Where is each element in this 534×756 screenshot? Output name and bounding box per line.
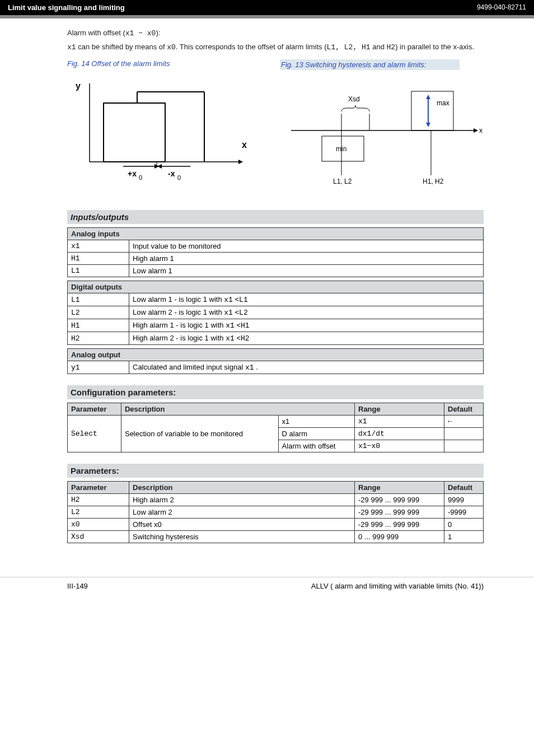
- table-row: H1High alarm 1 - is logic 1 with x1 <H1: [68, 319, 484, 332]
- analog-output-header: Analog output: [68, 349, 484, 361]
- svg-marker-2: [238, 160, 243, 164]
- digital-outputs-header: Digital outputs: [68, 281, 484, 293]
- footer: III-149 ALLV ( alarm and limiting with v…: [0, 577, 534, 601]
- table-row: x0Offset x0-29 999 ... 999 9990: [68, 519, 484, 531]
- params-title: Parameters:: [67, 464, 484, 478]
- config-table: Parameter Description Range Default Sele…: [67, 403, 484, 452]
- header-left: Limit value signalling and limiting: [8, 3, 125, 12]
- analog-inputs-header: Analog inputs: [68, 228, 484, 240]
- analog-output-table: Analog output y1Calculated and limited i…: [67, 348, 484, 374]
- table-row: XsdSwitching hysteresis0 ... 999 9991: [68, 531, 484, 543]
- table-row: L1Low alarm 1 - is logic 1 with x1 <L1: [68, 293, 484, 306]
- svg-marker-15: [474, 128, 478, 133]
- table-row: L1Low alarm 1: [68, 265, 484, 277]
- intro-line2: x1 can be shifted by means of x0. This c…: [67, 41, 484, 53]
- table-row: H2High alarm 2 - is logic 1 with x1 <H2: [68, 332, 484, 345]
- params-table: Parameter Description Range Default H2Hi…: [67, 481, 484, 543]
- footer-left: III-149: [67, 582, 88, 590]
- svg-rect-26: [411, 91, 453, 130]
- svg-rect-3: [104, 103, 165, 162]
- table-row: L2Low alarm 2-29 999 ... 999 999-9999: [68, 506, 484, 519]
- svg-text:Xsd: Xsd: [348, 95, 360, 103]
- table-row: L2Low alarm 2 - is logic 1 with x1 <L2: [68, 306, 484, 319]
- fig13-diagram: x L1, L2 H1, H2 Xsd min m: [280, 74, 493, 192]
- fig14-diagram: y x +x 0 -x 0: [67, 72, 257, 184]
- config-title: Configuration parameters:: [67, 385, 484, 399]
- header-right: 9499-040-82711: [477, 3, 526, 12]
- table-row: H1High alarm 1: [68, 253, 484, 265]
- svg-marker-11: [157, 164, 162, 169]
- svg-text:max: max: [437, 99, 449, 107]
- fig13-caption: Fig. 13 Switching hysteresis and alarm l…: [280, 59, 460, 70]
- digital-outputs-table: Digital outputs L1Low alarm 1 - is logic…: [67, 281, 484, 345]
- inputs-outputs-title: Inputs/outputs: [67, 210, 484, 224]
- svg-text:0: 0: [139, 174, 142, 181]
- table-row: x1Input value to be monitored: [68, 240, 484, 253]
- svg-marker-29: [426, 123, 430, 127]
- label-minusx0: -x: [168, 169, 175, 178]
- svg-text:L1, L2: L1, L2: [333, 178, 352, 185]
- header-bar: Limit value signalling and limiting 9499…: [0, 0, 534, 15]
- svg-marker-28: [426, 95, 430, 99]
- table-row: H2High alarm 2-29 999 ... 999 9999999: [68, 494, 484, 506]
- svg-text:x: x: [479, 127, 483, 134]
- label-plusx0: +x: [128, 169, 137, 178]
- fig14-caption: Fig. 14 Offset of the alarm limits: [67, 59, 257, 68]
- arrow-left-icon: ←: [444, 416, 484, 428]
- footer-right: ALLV ( alarm and limiting with variable …: [311, 582, 484, 590]
- table-row: Select Selection of variable to be monit…: [68, 416, 484, 428]
- label-y: y: [76, 81, 81, 91]
- svg-text:min: min: [336, 145, 346, 153]
- table-row: y1Calculated and limited input signal x1…: [68, 361, 484, 374]
- analog-inputs-table: Analog inputs x1Input value to be monito…: [67, 227, 484, 277]
- svg-text:0: 0: [177, 174, 181, 181]
- svg-text:H1, H2: H1, H2: [423, 178, 444, 185]
- intro-line1: Alarm with offset (x1 − x0):: [67, 27, 484, 39]
- label-x: x: [242, 140, 247, 150]
